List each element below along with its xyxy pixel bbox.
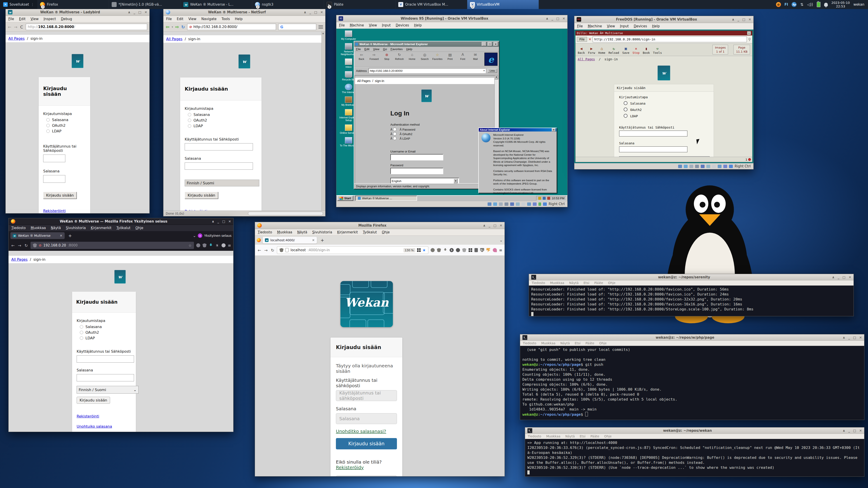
bookmark-star-icon[interactable]: ★ (423, 248, 426, 252)
ie-close-button[interactable]: × (493, 42, 498, 46)
protection-shield-icon[interactable] (437, 248, 441, 252)
new-tab-button[interactable]: + (66, 233, 74, 238)
screenshot-grid-icon[interactable] (417, 248, 421, 252)
menu-item-file[interactable]: File (166, 17, 172, 21)
notification-plugin-icon[interactable]: ⊗ (776, 2, 781, 7)
menu-item-tiedosto[interactable]: Tiedosto (528, 434, 541, 438)
username-input[interactable] (185, 143, 253, 151)
signin-button[interactable]: Kirjaudu sisään (185, 192, 218, 199)
ie-forward-button[interactable]: ⇨Forward (368, 53, 380, 60)
password-manager-icon[interactable] (431, 248, 435, 252)
menu-item-pääte[interactable]: Pääte (585, 341, 594, 345)
password-input[interactable] (76, 374, 134, 381)
menu-item-file[interactable]: File (356, 47, 361, 51)
ie-minimize-button[interactable]: _ (482, 42, 486, 46)
reload-icon[interactable]: ↻ (270, 248, 275, 253)
network-traffic-icon[interactable]: ⇅ (800, 2, 803, 7)
menu-item-pääte[interactable]: Pääte (590, 434, 599, 438)
menu-item-machine[interactable]: Machine (588, 24, 602, 28)
bug-meter-icon[interactable] (748, 158, 751, 161)
network-icon[interactable] (543, 197, 546, 200)
maximize-button[interactable]: □ (853, 336, 856, 339)
all-pages-link[interactable]: All Pages (11, 257, 28, 262)
vertical-scrollbar[interactable] (321, 32, 325, 210)
mouse-integration-icon[interactable] (729, 165, 733, 168)
register-link[interactable]: Rekisteröinti (76, 414, 99, 418)
display-status-icon[interactable] (718, 165, 721, 168)
desktop-icon[interactable]: My Computer (338, 31, 360, 40)
active-tab[interactable]: w WeKan ® Multiverse ✕ (10, 232, 65, 239)
radio-label[interactable]: OAuth2 (630, 108, 642, 111)
menu-item-view[interactable]: View (188, 17, 196, 21)
new-tab-button[interactable]: + (319, 238, 326, 242)
vboxdos-titlebar[interactable]: DOS FreeDOS [Running] - Oracle VM Virtua… (575, 16, 753, 23)
dillo-titlebar[interactable]: Dillo: WeKan Â® Multiverse ✕ (576, 31, 752, 35)
minimize-button[interactable]: _ (738, 18, 739, 21)
close-button[interactable]: ✕ (747, 31, 751, 35)
shade-button[interactable]: ∧ (546, 17, 548, 20)
menu-item-devices[interactable]: Devices (396, 23, 409, 27)
taskbar-item[interactable]: >_Pääte5 (324, 0, 396, 9)
menu-item-ohje[interactable]: Ohje (382, 230, 390, 234)
language-select[interactable]: Finnish / Suomi (185, 180, 259, 186)
dark-reader-icon[interactable] (456, 248, 460, 252)
menu-item-view[interactable]: View (369, 23, 377, 27)
keyboard-layout-indicator[interactable]: FI (784, 2, 788, 6)
forgot-password-link[interactable]: Unohditko salasanasi? (336, 429, 386, 434)
radio-oauth2[interactable] (188, 119, 191, 122)
file-menu-button[interactable]: File (577, 37, 587, 42)
back-icon[interactable]: ⇦ (166, 24, 169, 30)
menu-item-tiedosto[interactable]: Tiedosto (523, 341, 536, 345)
close-button[interactable]: ✕ (145, 10, 147, 14)
taskbar-task-button[interactable]: WeKan ® Multiverse ... (355, 196, 417, 201)
close-tab-icon[interactable]: ✕ (60, 234, 62, 237)
minimize-button[interactable]: _ (489, 224, 490, 227)
back-icon[interactable]: ← (8, 25, 11, 29)
shade-button[interactable]: ∧ (843, 429, 845, 432)
battery-icon[interactable] (817, 2, 820, 7)
url-bar[interactable]: ⊘ http://192.168.0.20:8000/ (187, 24, 276, 30)
library-icon[interactable] (493, 248, 497, 252)
forgot-password-link[interactable]: Unohtuiko salasana (76, 424, 112, 429)
ffmain-titlebar[interactable]: Mozilla Firefox ∧_□✕ (255, 222, 504, 229)
bookmark-star-icon[interactable]: ☆ (188, 243, 191, 248)
clock[interactable]: 2023-05-10 22:53 (831, 1, 850, 8)
minimize-button[interactable]: _ (309, 10, 311, 14)
maximize-button[interactable]: □ (138, 10, 141, 14)
menu-icon[interactable]: ≡ (228, 243, 231, 248)
menu-item-ohje[interactable]: Ohje (599, 341, 607, 345)
minimize-button[interactable]: _ (552, 17, 553, 20)
extensions-icon[interactable] (469, 248, 472, 252)
hp-display-icon[interactable]: hp (792, 2, 797, 7)
shade-button[interactable]: ∧ (732, 18, 735, 21)
menu-item-favorites[interactable]: Favorites (391, 47, 403, 51)
maximize-button[interactable]: □ (742, 18, 745, 21)
reload-icon[interactable]: C (20, 25, 23, 29)
tracking-shield-icon[interactable] (279, 248, 283, 252)
menu-item-sivuhistoria[interactable]: Sivuhistoria (312, 230, 332, 234)
menu-item-file[interactable]: File (577, 24, 583, 28)
calculator-icon[interactable] (474, 248, 478, 252)
signin-button[interactable]: Kirjaudu sisään (43, 192, 76, 199)
menu-item-tiedosto[interactable]: Tiedosto (11, 226, 26, 230)
applications-menu[interactable]: ✕ Sovellukset ⋮ (0, 0, 37, 9)
radio-label[interactable]: OAuth2 (402, 132, 412, 136)
menu-item-view[interactable]: View (31, 17, 39, 21)
close-button[interactable]: ✕ (320, 10, 323, 14)
menu-item-tiedosto[interactable]: Tiedosto (258, 230, 272, 234)
menu-item-sivuhistoria[interactable]: Sivuhistoria (66, 226, 86, 230)
menu-item-etsi[interactable]: Etsi (575, 341, 581, 345)
menu-item-tiedosto[interactable]: Tiedosto (532, 281, 545, 285)
clear-url-icon[interactable]: ✕ (588, 37, 591, 41)
radio-label[interactable]: Password (402, 128, 415, 131)
dillo-bookmarks-button[interactable]: ▮Book (643, 46, 650, 55)
menu-item-työkalut[interactable]: Työkalut (116, 226, 130, 230)
menu-item-view[interactable]: View (607, 24, 615, 28)
network-status-icon[interactable] (701, 165, 705, 168)
reload-icon[interactable]: ↻ (24, 243, 28, 248)
audio-status-icon[interactable] (504, 202, 508, 206)
close-button[interactable]: ✕ (228, 220, 231, 223)
close-button[interactable]: ✕ (859, 429, 862, 432)
radio-ldap[interactable] (188, 124, 191, 128)
url-bar[interactable]: localhost:4000/sign-in 130 % ★ (277, 246, 428, 254)
